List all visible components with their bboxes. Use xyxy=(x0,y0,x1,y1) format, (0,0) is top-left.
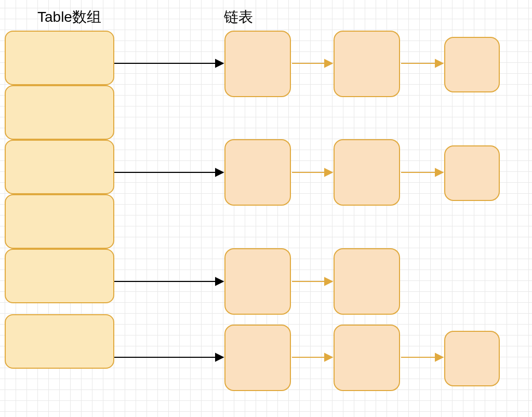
list-node-6 xyxy=(224,248,291,315)
list-node-4 xyxy=(334,139,400,206)
list-node-8 xyxy=(224,325,291,391)
table-cell-0 xyxy=(5,31,114,85)
table-cell-5 xyxy=(5,314,114,369)
table-cell-2 xyxy=(5,140,114,194)
list-node-1 xyxy=(334,31,400,97)
linked-list-label: 链表 xyxy=(224,7,253,27)
list-node-0 xyxy=(224,31,291,97)
table-cell-4 xyxy=(5,249,114,303)
table-array-label: Table数组 xyxy=(37,7,101,27)
list-node-9 xyxy=(334,325,400,391)
table-cell-1 xyxy=(5,85,114,140)
list-node-2 xyxy=(444,37,500,92)
list-node-10 xyxy=(444,331,500,386)
list-node-7 xyxy=(334,248,400,315)
table-cell-3 xyxy=(5,194,114,249)
list-node-3 xyxy=(224,139,291,206)
list-node-5 xyxy=(444,145,500,201)
